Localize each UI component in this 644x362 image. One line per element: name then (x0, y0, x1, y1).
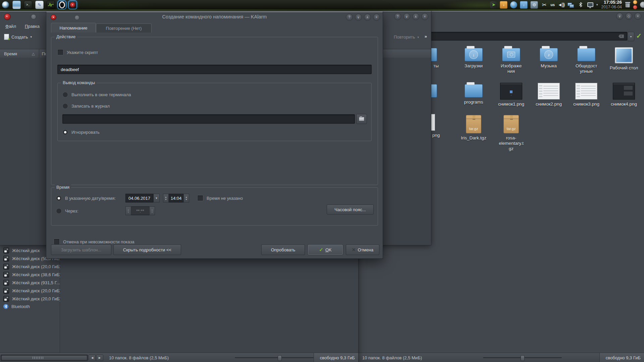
terminal-launcher-icon[interactable]: >_ (24, 1, 32, 9)
zoom-slider-handle[interactable] (521, 355, 525, 361)
cancel-if-late-row[interactable]: Отмена при невозможности показа (54, 239, 135, 245)
file-item[interactable]: снимок4.png (605, 81, 642, 107)
discard-output-radio[interactable] (62, 129, 68, 135)
file-item[interactable]: tar.gz rosa-elementary.tgz (493, 114, 530, 152)
maximize-button[interactable]: ◇ (625, 13, 632, 20)
file-item[interactable]: Общедоступные (568, 45, 605, 74)
file-item[interactable]: снимок3.png (568, 81, 605, 107)
tray-caret-icon[interactable]: ▾ (596, 3, 598, 6)
zoom-slider-handle[interactable] (278, 355, 282, 361)
scroll-left-button[interactable]: ◀ (89, 355, 96, 361)
shade-button[interactable]: ∨ (355, 14, 362, 21)
go-checkmark-icon[interactable]: ✓ (635, 31, 643, 41)
cancel-if-late-checkbox[interactable] (54, 239, 60, 245)
titlebar-pin-button[interactable] (31, 14, 36, 19)
sidebar-item-disk[interactable]: Жёсткий диск (20,0 ГиБ) (3, 296, 61, 302)
exec-in-terminal-row[interactable]: Выполнить в окне терминала (62, 92, 131, 98)
tray-updater-icon[interactable]: ➤ (490, 1, 497, 8)
file-manager-launcher-icon[interactable] (12, 1, 21, 9)
power-icon[interactable] (633, 5, 637, 9)
opera-launcher-icon[interactable] (58, 1, 66, 9)
cancel-button[interactable]: ✕ Отмена (346, 244, 379, 255)
file-item[interactable]: Изображения (493, 45, 530, 74)
sidebar-item-disk[interactable]: Жёсткий диск (931,5 Г... (3, 280, 60, 286)
after-delay-row[interactable]: Через: ▲▼ **:** ▲▼ (56, 206, 155, 215)
discard-output-row[interactable]: Игнорировать (62, 129, 100, 135)
script-checkbox-row[interactable]: Укажите скрипт (57, 49, 98, 55)
ok-button[interactable]: ✓ OK (308, 244, 343, 255)
file-item[interactable]: programs (455, 81, 492, 105)
scrollbar-grip[interactable] (2, 356, 87, 360)
zoom-slider[interactable] (235, 357, 314, 358)
log-to-file-row[interactable]: Записать в журнал (62, 103, 110, 109)
tab-alarm[interactable]: Напоминание (51, 23, 96, 33)
sidebar-item-disk[interactable]: Жёсткий диск (20,0 ГиБ) (3, 264, 61, 269)
timezone-button[interactable]: Часовой пояс... (327, 204, 374, 215)
maximize-button[interactable]: ∧ (412, 13, 419, 20)
menu-edit[interactable]: Правка (25, 24, 40, 29)
spin-up-down-icon[interactable]: ▲▼ (183, 194, 189, 202)
system-monitor-launcher-icon[interactable] (47, 1, 55, 9)
command-input[interactable]: deadbeef (57, 65, 372, 74)
file-item[interactable]: tar.gz Iris_Dark.tgz (455, 114, 492, 141)
sidebar-item-disk[interactable]: Жёсткий диск (38,6 ГиБ) (3, 272, 61, 278)
at-datetime-row[interactable]: В указанную дату/время: 04.06.2017 ▼ ▲▼ … (56, 194, 243, 202)
close-button[interactable]: × (373, 14, 380, 21)
date-picker[interactable]: 04.06.2017 ▼ (125, 194, 160, 202)
sidebar-item-bluetooth[interactable]: Bluetooth (3, 304, 30, 309)
clipboard-scissors-icon[interactable]: ✂ (541, 1, 548, 8)
horizontal-scrollbar[interactable] (1, 355, 88, 361)
column-time[interactable]: Время (4, 51, 17, 56)
clear-text-icon[interactable]: × (619, 35, 624, 38)
tray-downloads-folder-icon[interactable]: ↓ (520, 1, 528, 9)
network-icon[interactable] (567, 1, 574, 8)
text-editor-launcher-icon[interactable]: ✎ (35, 1, 44, 9)
new-alarm-button[interactable]: Создать ▾ (4, 34, 32, 40)
after-delay-radio[interactable] (56, 208, 62, 214)
maximize-button[interactable]: ∧ (364, 14, 371, 21)
script-checkbox[interactable] (57, 49, 63, 55)
shade-button[interactable]: ∨ (403, 13, 410, 20)
pager-icon[interactable] (640, 2, 644, 8)
sidebar-item-disk[interactable]: Жёсткий диск (3, 248, 40, 253)
shade-button[interactable]: ∨ (616, 13, 623, 20)
scroll-right-button[interactable]: ▶ (96, 355, 103, 361)
log-to-file-radio[interactable] (62, 103, 68, 109)
trash-icon[interactable] (625, 2, 630, 8)
close-button[interactable]: × (421, 13, 428, 20)
sidebar-item-disk[interactable]: Жёсткий диск (20,0 ГиБ) (3, 288, 61, 294)
exec-in-terminal-radio[interactable] (62, 92, 68, 98)
redo-button[interactable]: Повторить ▾ (394, 35, 419, 40)
menu-file[interactable]: Файл (5, 24, 16, 29)
try-button[interactable]: Опробовать (261, 244, 305, 255)
at-datetime-radio[interactable] (56, 195, 62, 201)
file-item[interactable]: Рабочий стол (605, 45, 642, 71)
spin-up-down-icon[interactable]: ▲▼ (163, 194, 169, 202)
help-button[interactable]: ? (394, 13, 401, 20)
log-file-input[interactable] (62, 114, 355, 124)
file-item[interactable]: ♪ Музыка (530, 45, 567, 69)
file-item[interactable]: ↓ Загрузки (455, 45, 492, 69)
lock-icon[interactable] (633, 0, 637, 4)
kalarm-launcher-icon[interactable] (69, 1, 76, 9)
volume-icon[interactable]: ◄))) (557, 1, 565, 8)
toolbar-overflow-icon[interactable]: » (425, 34, 427, 39)
less-options-button[interactable]: Скрыть подробности << (113, 244, 181, 255)
rosa-launcher-icon[interactable] (2, 1, 9, 9)
zoom-slider[interactable] (483, 357, 562, 358)
help-button[interactable]: ? (346, 14, 353, 21)
anytime-checkbox[interactable] (197, 195, 203, 201)
keyboard-layout-indicator[interactable]: us (550, 3, 555, 7)
tab-recurrence[interactable]: Повторение (Нет) (96, 23, 152, 33)
file-item[interactable]: снимок2.png (530, 81, 567, 107)
browse-file-button[interactable] (356, 114, 367, 124)
tray-settings-icon[interactable]: ⚙ (530, 1, 538, 9)
close-button[interactable]: × (634, 13, 641, 20)
display-settings-icon[interactable] (587, 1, 594, 8)
bluetooth-tray-icon[interactable] (577, 1, 584, 8)
time-spinner[interactable]: ▲▼ 14:04 ▲▼ (163, 194, 189, 202)
chevron-down-icon[interactable]: ▼ (153, 194, 160, 202)
tray-globe-icon[interactable] (510, 1, 517, 8)
clock[interactable]: 17:05:26 2017-06-04 (601, 0, 622, 9)
load-template-button[interactable]: Загрузить шаблон... (51, 244, 111, 255)
